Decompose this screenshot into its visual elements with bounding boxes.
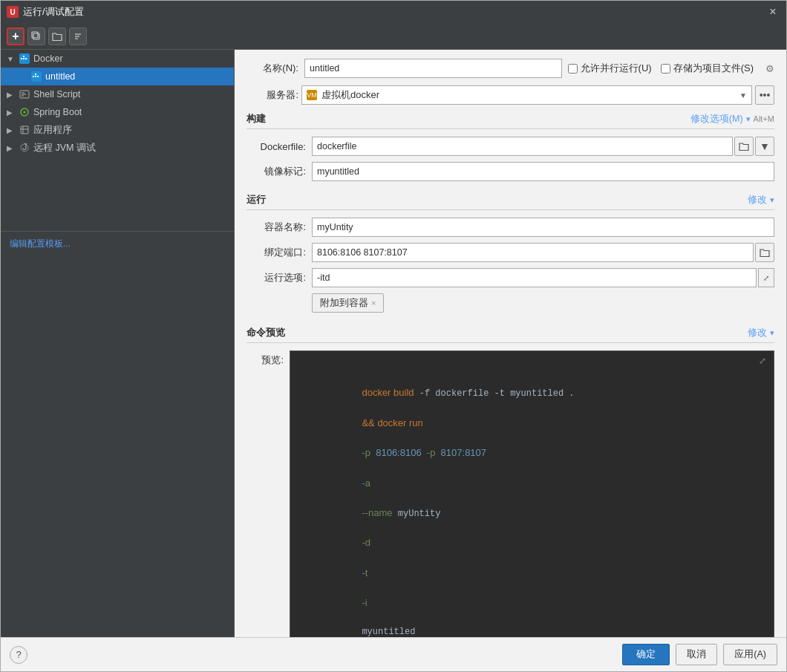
image-tag-input[interactable] <box>312 162 774 181</box>
copy-config-button[interactable] <box>27 27 45 45</box>
allow-parallel-checkbox[interactable] <box>568 64 578 74</box>
edit-templates-link[interactable]: 编辑配置模板... <box>10 238 71 249</box>
shell-script-label: Shell Script <box>33 89 80 100</box>
cmd-preview-section: 命令预览 修改 ▾ 预览: ⤢ docker build -f dockerfi… <box>246 326 774 637</box>
server-settings-button[interactable]: ••• <box>755 85 774 105</box>
bind-ports-row: 绑定端口: <box>246 243 774 262</box>
close-button[interactable]: × <box>765 4 780 19</box>
dialog-title: 运行/调试配置 <box>23 5 84 19</box>
run-section: 运行 修改 ▾ 容器名称: 绑定端口: <box>246 193 774 320</box>
main-content: ▼ Docker <box>1 50 786 637</box>
bind-ports-input[interactable] <box>312 243 754 262</box>
run-options-row: 运行选项: ⤢ <box>246 268 774 287</box>
shell-script-icon <box>19 88 30 100</box>
preview-expand-icon[interactable]: ⤢ <box>759 354 771 366</box>
name-input[interactable] <box>304 59 562 78</box>
modify-options-arrow: ▾ <box>746 114 751 124</box>
top-options: 允许并行运行(U) 存储为项目文件(S) ⚙ <box>568 62 774 75</box>
jvm-label: 远程 JVM 调试 <box>33 142 96 154</box>
server-label: 服务器: <box>246 88 298 102</box>
run-modify-link[interactable]: 修改 <box>748 194 767 206</box>
image-tag-label: 镜像标记: <box>246 165 306 178</box>
server-select-inner: VM 虚拟机docker <box>307 88 379 102</box>
run-debug-dialog: U 运行/调试配置 × + <box>0 0 787 672</box>
svg-rect-0 <box>33 33 39 39</box>
server-value: 虚拟机docker <box>321 88 379 102</box>
image-tag-input-wrap <box>312 162 774 181</box>
app-label: 应用程序 <box>33 124 72 137</box>
name-label: 名称(N): <box>246 62 298 75</box>
svg-rect-6 <box>23 58 25 59</box>
dialog-footer: ? 确定 取消 应用(A) <box>1 637 786 671</box>
vm-icon: VM <box>307 90 317 100</box>
server-row: 服务器: VM 虚拟机docker ▼ ••• <box>246 85 774 105</box>
sidebar-item-spring-boot[interactable]: ▶ Spring Boot <box>1 103 234 121</box>
app-expand-arrow: ▶ <box>7 126 16 134</box>
sidebar-footer: 编辑配置模板... <box>1 231 234 256</box>
sidebar-item-jvm[interactable]: ▶ J 远程 JVM 调试 <box>1 139 234 157</box>
attach-container-button[interactable]: 附加到容器 × <box>312 293 384 313</box>
help-button[interactable]: ? <box>10 646 27 664</box>
svg-text:J: J <box>22 143 27 152</box>
spring-boot-label: Spring Boot <box>33 107 82 117</box>
untitled-label: untitled <box>45 71 75 82</box>
cmd-modify-arrow: ▾ <box>770 328 774 338</box>
run-options-expand-button[interactable]: ⤢ <box>758 268 774 287</box>
sidebar-item-untitled[interactable]: untitled <box>1 68 234 85</box>
run-modify-arrow: ▾ <box>770 195 774 205</box>
attach-close-icon: × <box>371 299 376 307</box>
store-project-checkbox[interactable] <box>661 64 670 74</box>
dockerfile-input-wrap: ▼ <box>312 137 774 156</box>
run-options-input-wrap: ⤢ <box>312 268 774 287</box>
container-name-label: 容器名称: <box>246 221 306 234</box>
shell-expand-arrow: ▶ <box>7 91 16 99</box>
sidebar: ▼ Docker <box>1 50 235 637</box>
modify-shortcut: Alt+M <box>754 114 774 123</box>
add-config-button[interactable]: + <box>7 27 25 45</box>
run-header-row: 运行 修改 ▾ <box>246 193 774 206</box>
cmd-divider <box>246 342 774 343</box>
sort-button[interactable] <box>69 27 87 45</box>
docker-group-icon <box>19 53 30 65</box>
bind-ports-input-wrap <box>312 243 774 262</box>
build-header-row: 构建 修改选项(M) ▾ Alt+M <box>246 112 774 125</box>
svg-rect-1 <box>32 32 38 38</box>
apply-button[interactable]: 应用(A) <box>723 644 777 665</box>
allow-parallel-checkbox-label[interactable]: 允许并行运行(U) <box>568 62 652 75</box>
title-bar: U 运行/调试配置 × <box>1 1 786 23</box>
spring-expand-arrow: ▶ <box>7 108 16 117</box>
run-options-label: 运行选项: <box>246 271 306 284</box>
jvm-expand-arrow: ▶ <box>7 144 16 152</box>
cmd-section-title: 命令预览 <box>246 326 285 339</box>
cancel-button[interactable]: 取消 <box>676 644 717 665</box>
store-project-checkbox-label[interactable]: 存储为项目文件(S) <box>661 62 754 75</box>
svg-rect-8 <box>23 56 25 57</box>
sidebar-item-docker[interactable]: ▼ Docker <box>1 50 234 68</box>
sidebar-item-app[interactable]: ▶ 应用程序 <box>1 121 234 139</box>
cmd-modify-link[interactable]: 修改 <box>748 327 767 339</box>
dockerfile-input[interactable] <box>312 137 733 156</box>
server-select[interactable]: VM 虚拟机docker ▼ <box>301 85 752 105</box>
preview-code-block: ⤢ docker build -f dockerfile -t myuntitl… <box>290 350 774 637</box>
container-name-input[interactable] <box>312 218 774 237</box>
allow-parallel-label: 允许并行运行(U) <box>581 62 652 75</box>
app-icon: U <box>7 6 19 18</box>
move-to-folder-button[interactable] <box>48 27 66 45</box>
dockerfile-label: Dockerfile: <box>246 141 306 152</box>
gear-icon[interactable]: ⚙ <box>765 63 774 74</box>
svg-rect-7 <box>25 58 27 59</box>
svg-rect-12 <box>35 74 36 75</box>
spring-boot-icon <box>19 106 30 118</box>
svg-rect-5 <box>21 58 22 59</box>
dockerfile-dropdown-button[interactable]: ▼ <box>755 137 774 156</box>
ok-button[interactable]: 确定 <box>622 644 670 665</box>
sidebar-item-shell-script[interactable]: ▶ Shell Script <box>1 85 234 103</box>
dockerfile-folder-button[interactable] <box>734 137 754 156</box>
name-row: 名称(N): 允许并行运行(U) 存储为项目文件(S) ⚙ <box>246 59 774 78</box>
modify-options-link[interactable]: 修改选项(M) <box>690 113 743 125</box>
bind-ports-folder-button[interactable] <box>755 243 774 262</box>
run-divider <box>246 209 774 210</box>
run-section-title: 运行 <box>246 193 266 206</box>
run-options-input[interactable] <box>312 268 757 287</box>
build-fields: Dockerfile: ▼ 镜像标 <box>246 137 774 181</box>
